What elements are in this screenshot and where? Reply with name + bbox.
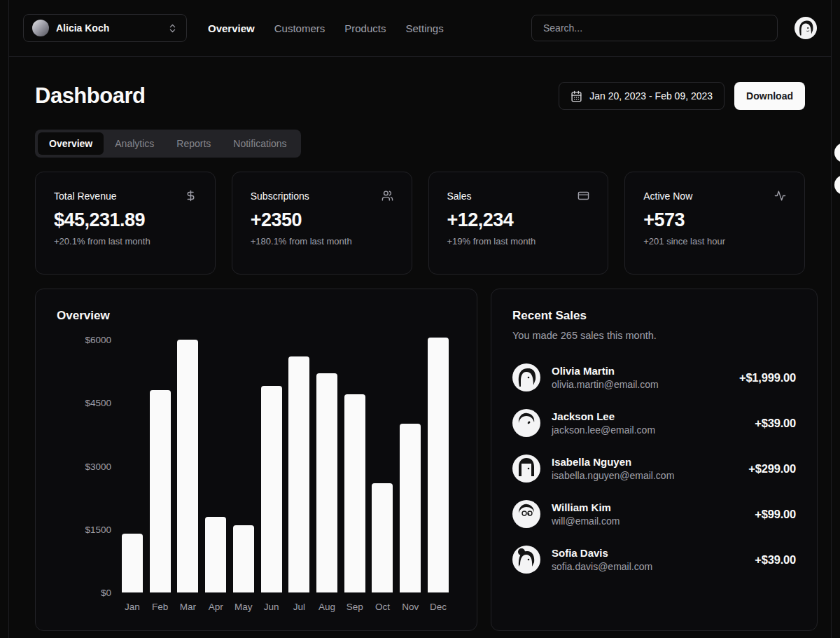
y-tick-label: $3000 — [57, 462, 111, 472]
chart-bar-jun — [261, 386, 282, 592]
nav-link-products[interactable]: Products — [344, 22, 386, 34]
dollar-icon — [185, 190, 197, 202]
recent-sales-card: Recent Sales You made 265 sales this mon… — [491, 289, 818, 631]
sale-info: William Kimwill@email.com — [552, 501, 620, 527]
customer-avatar-female-straight-hair — [512, 455, 540, 483]
date-range-label: Jan 20, 2023 - Feb 09, 2023 — [589, 90, 713, 102]
sale-row: William Kimwill@email.com+$99.00 — [512, 500, 796, 528]
sale-customer-email: will@email.com — [552, 515, 620, 527]
stat-card-title: Total Revenue — [54, 190, 117, 202]
team-avatar — [32, 20, 49, 36]
app-frame: Alicia Koch OverviewCustomersProductsSet… — [8, 0, 832, 638]
date-range-picker[interactable]: Jan 20, 2023 - Feb 09, 2023 — [559, 82, 724, 110]
stat-card-title: Sales — [447, 190, 472, 202]
stat-card-change: +201 since last hour — [643, 236, 786, 247]
nav-link-overview[interactable]: Overview — [208, 22, 255, 34]
stat-card-header: Active Now — [643, 190, 786, 202]
stat-card-title: Subscriptions — [251, 190, 309, 202]
stat-card-title: Active Now — [643, 190, 692, 202]
x-tick-label: Sep — [344, 602, 365, 612]
sale-info: Isabella Nguyenisabella.nguyen@email.com — [552, 456, 674, 481]
download-button[interactable]: Download — [734, 82, 805, 110]
stat-card-header: Sales — [447, 190, 590, 202]
sale-customer-name: Sofia Davis — [552, 547, 652, 559]
x-tick-label: Jul — [288, 602, 309, 612]
y-tick-label: $6000 — [57, 335, 111, 345]
sale-row: Olivia Martinolivia.martin@email.com+$1,… — [512, 363, 796, 391]
sale-customer-email: isabella.nguyen@email.com — [552, 470, 674, 481]
tab-analytics[interactable]: Analytics — [104, 132, 165, 155]
customer-avatar-male-glasses — [512, 500, 540, 528]
sale-amount: +$299.00 — [748, 462, 796, 476]
chart-bar-oct — [372, 483, 393, 592]
page-title: Dashboard — [35, 83, 145, 109]
customer-avatar-female-long-hair — [512, 363, 540, 391]
chart-bar-apr — [205, 517, 226, 592]
sale-customer-name: Olivia Martin — [552, 365, 659, 377]
sale-amount: +$99.00 — [755, 508, 796, 521]
tab-notifications[interactable]: Notifications — [222, 132, 298, 155]
sale-customer-email: jackson.lee@email.com — [552, 424, 655, 436]
sale-amount: +$1,999.00 — [739, 371, 796, 384]
nav-link-settings[interactable]: Settings — [405, 22, 443, 34]
y-tick-label: $0 — [57, 588, 111, 598]
sale-customer-name: Isabella Nguyen — [552, 456, 674, 468]
customer-avatar-male-short-hair — [512, 409, 540, 437]
stat-card-value: +12,234 — [447, 209, 590, 231]
stat-card-header: Subscriptions — [251, 190, 393, 202]
stat-card-change: +20.1% from last month — [54, 236, 197, 247]
search-input[interactable] — [531, 15, 778, 41]
dashboard-main: Dashboard Jan 20, 2023 - Feb 09, 2023 Do… — [9, 57, 831, 631]
chart-x-axis: JanFebMarAprMayJunJulAugSepOctNovDec — [122, 602, 449, 612]
chart-bar-mar — [177, 340, 198, 592]
stat-card-total-revenue: Total Revenue$45,231.89+20.1% from last … — [35, 172, 216, 275]
chart-title: Overview — [57, 309, 456, 323]
sale-amount: +$39.00 — [755, 417, 796, 430]
tab-reports[interactable]: Reports — [165, 132, 222, 155]
main-nav: OverviewCustomersProductsSettings — [208, 22, 444, 34]
x-tick-label: Oct — [372, 602, 393, 612]
x-tick-label: Jan — [122, 602, 143, 612]
chart-bar-nov — [400, 424, 421, 592]
edge-floating-button-top[interactable] — [834, 143, 840, 162]
edge-floating-button-bottom[interactable] — [834, 175, 840, 195]
chevrons-up-down-icon — [167, 23, 178, 34]
stats-grid: Total Revenue$45,231.89+20.1% from last … — [35, 172, 805, 275]
x-tick-label: Aug — [316, 602, 337, 612]
overview-chart-card: Overview $0$1500$3000$4500$6000 JanFebMa… — [35, 289, 477, 631]
sale-row: Sofia Davissofia.davis@email.com+$39.00 — [512, 546, 796, 574]
x-tick-label: Dec — [428, 602, 449, 612]
stat-card-value: +2350 — [251, 209, 393, 231]
stat-card-sales: Sales+12,234+19% from last month — [428, 172, 609, 275]
sale-row: Isabella Nguyenisabella.nguyen@email.com… — [512, 455, 796, 483]
stat-card-header: Total Revenue — [54, 190, 197, 202]
customer-avatar-female-bun — [512, 546, 540, 574]
chart-bar-jan — [122, 534, 143, 592]
team-switcher[interactable]: Alicia Koch — [23, 14, 187, 42]
sale-info: Jackson Leejackson.lee@email.com — [552, 410, 655, 436]
sale-info: Olivia Martinolivia.martin@email.com — [552, 365, 659, 390]
chart-bar-may — [233, 525, 254, 592]
nav-link-customers[interactable]: Customers — [274, 22, 326, 34]
user-avatar-button[interactable] — [794, 17, 817, 39]
x-tick-label: Feb — [150, 602, 171, 612]
sale-info: Sofia Davissofia.davis@email.com — [552, 547, 652, 572]
user-avatar — [794, 17, 817, 39]
sale-amount: +$39.00 — [755, 553, 796, 567]
chart-bar-jul — [288, 356, 309, 592]
recent-sales-subtitle: You made 265 sales this month. — [512, 330, 796, 341]
stat-card-change: +19% from last month — [447, 236, 590, 247]
chart-bars — [122, 340, 449, 592]
title-actions: Jan 20, 2023 - Feb 09, 2023 Download — [559, 82, 805, 110]
dashboard-tabs: OverviewAnalyticsReportsNotifications — [35, 130, 301, 158]
recent-sales-list: Olivia Martinolivia.martin@email.com+$1,… — [512, 363, 796, 574]
tab-overview[interactable]: Overview — [38, 132, 104, 155]
sale-row: Jackson Leejackson.lee@email.com+$39.00 — [512, 409, 796, 437]
credit-card-icon — [578, 190, 589, 202]
x-tick-label: Jun — [261, 602, 282, 612]
recent-sales-title: Recent Sales — [512, 309, 796, 323]
x-tick-label: Nov — [400, 602, 421, 612]
top-navigation-bar: Alicia Koch OverviewCustomersProductsSet… — [9, 0, 831, 57]
chart-bar-aug — [316, 373, 337, 592]
stat-card-subscriptions: Subscriptions+2350+180.1% from last mont… — [232, 172, 412, 275]
